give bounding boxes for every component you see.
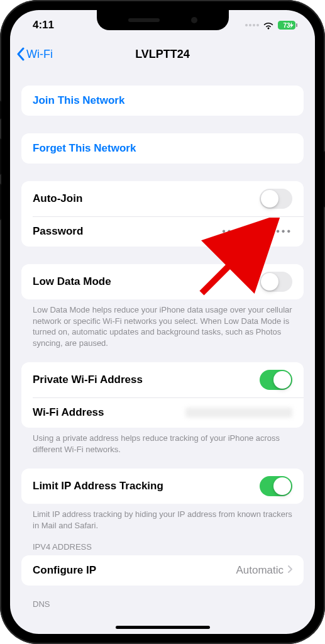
auto-join-toggle[interactable] bbox=[260, 189, 292, 209]
auto-join-label: Auto-Join bbox=[33, 192, 260, 205]
configure-ip-row[interactable]: Configure IP Automatic bbox=[21, 555, 304, 586]
low-data-mode-toggle[interactable] bbox=[260, 272, 292, 292]
cellular-dots-icon bbox=[245, 24, 259, 26]
auto-join-row: Auto-Join bbox=[21, 181, 304, 216]
wifi-icon bbox=[263, 21, 274, 30]
private-wifi-footer: Using a private address helps reduce tra… bbox=[21, 428, 304, 455]
page-title: LVLPTT24 bbox=[10, 48, 315, 61]
limit-ip-toggle[interactable] bbox=[260, 476, 292, 496]
private-wifi-label: Private Wi-Fi Address bbox=[33, 374, 260, 386]
wifi-address-row[interactable]: Wi-Fi Address bbox=[21, 397, 304, 428]
limit-ip-label: Limit IP Address Tracking bbox=[33, 480, 260, 492]
screen: 4:11 73 bbox=[10, 10, 315, 634]
limit-ip-footer: Limit IP address tracking by hiding your… bbox=[21, 504, 304, 531]
wifi-address-label: Wi-Fi Address bbox=[33, 406, 185, 419]
configure-ip-label: Configure IP bbox=[33, 564, 236, 577]
password-label: Password bbox=[33, 225, 222, 238]
notch bbox=[97, 10, 229, 30]
chevron-right-icon bbox=[287, 564, 292, 577]
phone-frame: 4:11 73 bbox=[0, 0, 325, 644]
limit-ip-row: Limit IP Address Tracking bbox=[21, 469, 304, 504]
low-data-mode-row: Low Data Mode bbox=[21, 264, 304, 299]
private-wifi-row: Private Wi-Fi Address bbox=[21, 362, 304, 397]
private-wifi-toggle[interactable] bbox=[260, 370, 292, 390]
status-time: 4:11 bbox=[33, 19, 54, 31]
password-row[interactable]: Password ••••••••••••• bbox=[21, 216, 304, 247]
battery-icon: 73 bbox=[278, 21, 297, 30]
ipv4-header: IPV4 ADDRESS bbox=[21, 531, 304, 555]
content: Join This Network Forget This Network Au… bbox=[10, 68, 315, 634]
nav-bar: Wi-Fi LVLPTT24 bbox=[10, 40, 315, 68]
join-network-button[interactable]: Join This Network bbox=[21, 86, 304, 116]
wifi-address-value bbox=[185, 408, 292, 418]
home-indicator[interactable] bbox=[116, 626, 210, 629]
back-button[interactable]: Wi-Fi bbox=[16, 47, 53, 61]
dns-header: DNS bbox=[21, 586, 304, 613]
configure-ip-value: Automatic bbox=[236, 564, 284, 577]
low-data-mode-footer: Low Data Mode helps reduce your iPhone d… bbox=[21, 299, 304, 348]
password-value: ••••••••••••• bbox=[222, 226, 292, 237]
back-label: Wi-Fi bbox=[26, 48, 53, 61]
chevron-left-icon bbox=[16, 47, 25, 61]
forget-network-button[interactable]: Forget This Network bbox=[21, 133, 304, 164]
low-data-mode-label: Low Data Mode bbox=[33, 275, 260, 288]
mute-switch bbox=[0, 101, 1, 119]
volume-down-button bbox=[0, 184, 1, 220]
volume-up-button bbox=[0, 138, 1, 175]
